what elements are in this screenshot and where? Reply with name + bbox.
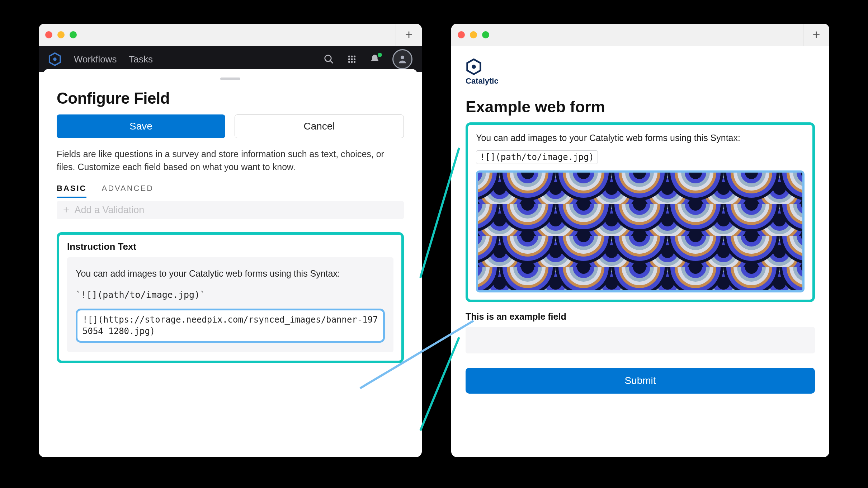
catalytic-logo-icon — [466, 58, 482, 75]
svg-rect-24 — [478, 173, 802, 290]
close-icon[interactable] — [45, 31, 52, 38]
example-field-label: This is an example field — [466, 311, 815, 322]
plus-icon: + — [63, 205, 70, 215]
svg-point-15 — [472, 65, 476, 69]
titlebar: + — [451, 24, 829, 46]
traffic-lights — [45, 31, 77, 38]
add-validation-label: Add a Validation — [75, 205, 145, 216]
apps-grid-icon[interactable] — [346, 54, 357, 65]
catalytic-logo-icon — [48, 52, 62, 66]
syntax-code: ![](path/to/image.jpg) — [476, 150, 598, 164]
instruction-note: You can add images to your Catalytic web… — [476, 133, 805, 143]
svg-point-12 — [354, 61, 355, 63]
svg-point-5 — [351, 56, 353, 57]
form-title: Example web form — [466, 98, 815, 116]
instruction-text-card: Instruction Text You can add images to y… — [57, 232, 404, 363]
new-tab-button[interactable]: + — [803, 24, 829, 46]
instruction-line1: You can add images to your Catalytic web… — [76, 267, 385, 281]
traffic-lights — [458, 31, 489, 38]
instruction-text-label: Instruction Text — [67, 241, 393, 252]
svg-line-3 — [330, 61, 333, 64]
tab-advanced[interactable]: ADVANCED — [102, 184, 154, 198]
tab-basic[interactable]: BASIC — [57, 184, 86, 198]
svg-point-4 — [348, 56, 350, 57]
add-validation-button[interactable]: + Add a Validation — [57, 201, 404, 219]
svg-point-2 — [325, 55, 331, 62]
minimize-icon[interactable] — [470, 31, 477, 38]
svg-point-8 — [351, 58, 353, 60]
svg-point-9 — [354, 58, 355, 60]
image-markdown-highlight: ![](https://storage.needpix.com/rsynced_… — [76, 309, 385, 343]
minimize-icon[interactable] — [57, 31, 65, 38]
cancel-button[interactable]: Cancel — [235, 114, 404, 138]
new-tab-button[interactable]: + — [396, 24, 422, 46]
save-button[interactable]: Save — [57, 114, 225, 138]
example-field-input[interactable] — [466, 327, 815, 353]
svg-point-10 — [348, 61, 350, 63]
catalytic-brand: Catalytic — [466, 58, 815, 86]
window-configure-field: + Workflows Tasks Conf — [39, 24, 422, 457]
svg-point-7 — [348, 58, 350, 60]
brand-name: Catalytic — [466, 76, 499, 86]
svg-point-6 — [354, 56, 355, 57]
svg-point-11 — [351, 61, 353, 63]
instruction-text-field[interactable]: You can add images to your Catalytic web… — [67, 257, 393, 352]
drag-handle-icon[interactable] — [220, 78, 240, 80]
tab-bar: BASIC ADVANCED — [57, 184, 404, 198]
nav-tasks[interactable]: Tasks — [129, 54, 152, 65]
window-example-web-form: + Catalytic Example web form You can add… — [451, 24, 829, 457]
notification-badge — [378, 53, 382, 57]
svg-point-1 — [53, 57, 57, 61]
configure-field-sheet: Configure Field Save Cancel Fields are l… — [43, 69, 418, 457]
form-instructions-card: You can add images to your Catalytic web… — [466, 122, 815, 302]
app-header: Workflows Tasks — [39, 46, 422, 72]
description-text: Fields are like questions in a survey an… — [57, 147, 404, 174]
instruction-line2: `![](path/to/image.jpg)` — [76, 288, 385, 302]
form-body: Catalytic Example web form You can add i… — [451, 46, 829, 394]
submit-button[interactable]: Submit — [466, 368, 815, 394]
zoom-icon[interactable] — [482, 31, 489, 38]
svg-point-13 — [401, 56, 404, 59]
nav-workflows[interactable]: Workflows — [74, 54, 117, 65]
close-icon[interactable] — [458, 31, 465, 38]
notifications-icon[interactable] — [369, 54, 380, 65]
avatar[interactable] — [392, 49, 412, 69]
zoom-icon[interactable] — [70, 31, 77, 38]
page-title: Configure Field — [57, 89, 404, 107]
titlebar: + — [39, 24, 422, 46]
search-icon[interactable] — [324, 54, 334, 65]
banner-image — [476, 170, 805, 292]
